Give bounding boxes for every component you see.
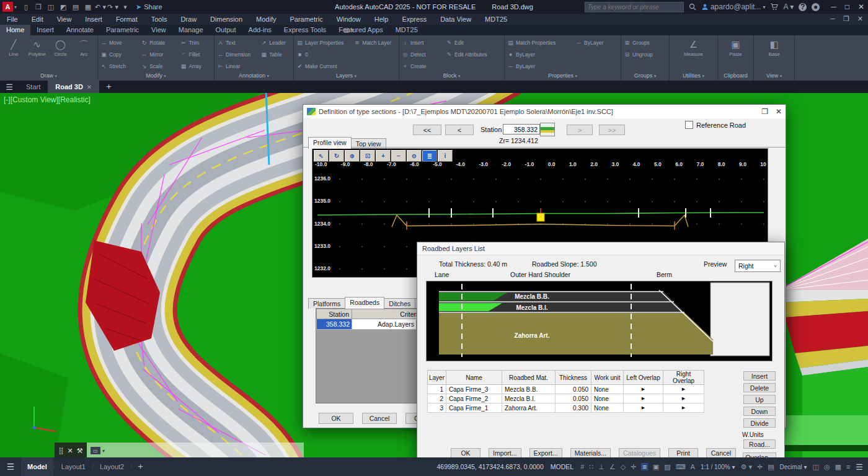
statusbar-icon[interactable]: # bbox=[580, 463, 584, 470]
right-overlap-button[interactable]: ▶ bbox=[663, 403, 704, 413]
column-header[interactable]: Layer bbox=[428, 371, 446, 385]
user-account-button[interactable]: apardo@aplit...▾ bbox=[701, 2, 766, 11]
command-bar-grip[interactable]: ⣿ ✕ ⚒ bbox=[55, 443, 87, 459]
ribbon-button[interactable]: ▦Table bbox=[260, 49, 291, 61]
doc-restore-button[interactable]: ❐ bbox=[843, 15, 849, 23]
section-thumbnail-button[interactable] bbox=[540, 123, 555, 136]
close-tab-icon[interactable]: ✕ bbox=[87, 84, 92, 90]
viewport-controls-label[interactable]: [-][Custom View][Realistic] bbox=[4, 95, 91, 104]
layout2-tab[interactable]: Layout2 bbox=[94, 457, 130, 476]
qat-icon[interactable]: ▾ bbox=[120, 3, 131, 11]
ribbon-button[interactable]: ↘Scale bbox=[141, 60, 175, 72]
dialog-button[interactable]: Export... bbox=[529, 448, 562, 458]
doc-minimize-button[interactable]: ─ bbox=[830, 15, 835, 23]
column-header[interactable]: Station bbox=[317, 309, 352, 319]
road-button[interactable]: Road... bbox=[743, 439, 776, 449]
menu-item[interactable]: Edit bbox=[25, 15, 50, 23]
station-marker[interactable] bbox=[537, 213, 544, 221]
layers-table[interactable]: LayerNameRoadbed Mat.ThicknessWork unitL… bbox=[427, 370, 704, 413]
ribbon-button[interactable]: ⇔Mirror bbox=[141, 49, 175, 61]
menu-item[interactable]: MDT25 bbox=[478, 15, 514, 23]
statusbar-icon[interactable]: ◇ bbox=[621, 463, 626, 471]
chart-tool-button[interactable]: ⇖ bbox=[314, 150, 329, 162]
ribbon-button[interactable]: ⊟Ungroup bbox=[624, 49, 666, 61]
left-overlap-button[interactable]: ▶ bbox=[624, 385, 663, 394]
qat-icon[interactable]: ◫ bbox=[45, 3, 56, 11]
side-button[interactable]: Insert bbox=[743, 371, 776, 381]
panel-label[interactable]: Layers ▾ bbox=[294, 72, 399, 81]
chart-tool-button[interactable]: + bbox=[376, 150, 391, 162]
qat-icon[interactable]: ◩ bbox=[58, 3, 69, 11]
app-store-cart-icon[interactable] bbox=[770, 3, 778, 11]
autodesk-app-icon[interactable]: A ▾ bbox=[783, 2, 794, 11]
column-header[interactable]: Left Overlap bbox=[624, 371, 663, 385]
qat-icon[interactable]: ↶ ▾ bbox=[95, 3, 106, 11]
help-icon[interactable]: ? bbox=[799, 3, 807, 11]
cancel-button[interactable]: Cancel bbox=[362, 413, 397, 424]
preview-side-select[interactable]: Right˅ bbox=[735, 260, 781, 272]
column-header[interactable]: Right Overlap bbox=[663, 371, 704, 385]
statusbar-icon[interactable]: ≡ bbox=[641, 463, 647, 470]
statusbar-icon[interactable]: ⌨ bbox=[676, 463, 686, 471]
ribbon-button[interactable]: ⌒Arc bbox=[73, 37, 95, 72]
panel-label[interactable]: Utilities ▾ bbox=[670, 72, 717, 81]
checkbox-icon[interactable] bbox=[685, 121, 693, 129]
left-overlap-button[interactable]: ▶ bbox=[624, 403, 663, 413]
menu-item[interactable]: View bbox=[50, 15, 79, 23]
side-button[interactable]: Up bbox=[743, 395, 776, 404]
menu-item[interactable]: Format bbox=[109, 15, 144, 23]
layer-row[interactable]: 2 Capa Firme_2 Mezcla B.I. 0.050 None ▶ … bbox=[428, 394, 704, 403]
new-layout-button[interactable]: ＋ bbox=[136, 461, 144, 472]
statusbar-icon[interactable]: ◎ bbox=[824, 463, 830, 471]
ribbon-button[interactable]: ✔Make Current bbox=[296, 60, 348, 72]
new-tab-button[interactable]: ＋ bbox=[104, 81, 113, 92]
layer-row[interactable]: 1 Capa Firme_3 Mezcla B.B. 0.050 None ▶ … bbox=[428, 385, 704, 394]
ribbon-tab[interactable]: Home bbox=[0, 25, 30, 35]
statusbar-icon[interactable]: ▣ bbox=[653, 463, 659, 471]
layout1-tab[interactable]: Layout1 bbox=[55, 457, 92, 476]
reference-road-checkbox[interactable]: Reference Road bbox=[685, 121, 746, 129]
left-overlap-button[interactable]: ▶ bbox=[624, 394, 663, 403]
station-cell[interactable]: 358.332 bbox=[317, 319, 352, 330]
menu-item[interactable]: Tools bbox=[144, 15, 174, 23]
annotation-scale-button[interactable]: 1:1 / 100% ▾ bbox=[701, 464, 735, 470]
ribbon-tab[interactable]: Express Tools bbox=[278, 25, 332, 35]
menu-item[interactable]: Dimension bbox=[203, 15, 249, 23]
dialog-maximize-button[interactable]: ❐ bbox=[761, 107, 768, 116]
ribbon-button[interactable]: ▤Match Properties bbox=[507, 37, 570, 49]
panel-label[interactable]: View ▾ bbox=[754, 72, 794, 81]
panel-label[interactable]: Block ▾ bbox=[399, 72, 504, 81]
ribbon-button[interactable]: ▦Array bbox=[180, 60, 211, 72]
dialog-button[interactable]: Import... bbox=[489, 448, 521, 458]
file-tab-start[interactable]: Start bbox=[19, 81, 48, 93]
statusbar-icon[interactable]: A bbox=[691, 463, 695, 470]
ribbon-tab[interactable]: Parametric bbox=[100, 25, 145, 35]
menu-item[interactable]: Modify bbox=[249, 15, 283, 23]
command-dropdown-icon[interactable]: ▾ bbox=[102, 448, 105, 454]
ribbon-tab[interactable]: Featured Apps bbox=[332, 25, 389, 35]
statusbar-icon[interactable]: ◫ bbox=[813, 463, 819, 471]
ribbon-button[interactable]: ◎Detect bbox=[402, 49, 441, 61]
file-tabs-menu-icon[interactable]: ☰ bbox=[0, 82, 19, 92]
minimize-button[interactable]: ─ bbox=[831, 2, 836, 11]
ok-button[interactable]: OK bbox=[319, 413, 353, 424]
ribbon-button[interactable]: ∿Polyline bbox=[26, 37, 48, 72]
ribbon-tab[interactable]: Add-ins bbox=[242, 25, 278, 35]
first-station-button[interactable]: << bbox=[413, 125, 441, 135]
ribbon-button[interactable]: ↻Rotate bbox=[141, 37, 175, 49]
chart-tool-button[interactable]: ≣ bbox=[422, 150, 437, 162]
model-tab[interactable]: Model bbox=[21, 457, 53, 476]
ribbon-button[interactable]: ◜Fillet bbox=[180, 49, 211, 61]
section-tab[interactable]: Roadbeds bbox=[345, 297, 384, 309]
menu-item[interactable]: Parametric bbox=[283, 15, 329, 23]
side-button[interactable]: Delete bbox=[743, 383, 776, 392]
menu-item[interactable]: Help bbox=[368, 15, 396, 23]
ribbon-button[interactable]: ✎Edit bbox=[446, 37, 502, 49]
ribbon-button[interactable]: ↔Dimension bbox=[217, 49, 255, 61]
previous-station-button[interactable]: < bbox=[445, 125, 474, 135]
dialog-button[interactable]: Materials... bbox=[570, 448, 611, 458]
next-station-button[interactable]: > bbox=[567, 125, 593, 135]
ribbon-button[interactable]: ─ByLayer bbox=[507, 60, 570, 72]
dialog-button[interactable]: Catalogues bbox=[619, 448, 660, 458]
column-header[interactable]: Roadbed Mat. bbox=[502, 371, 556, 385]
